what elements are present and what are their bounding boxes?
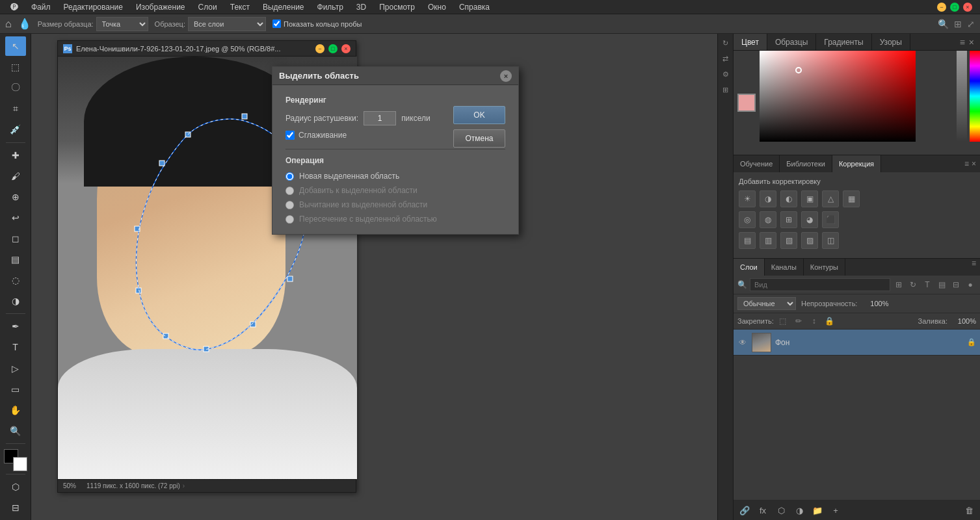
tab-patterns[interactable]: Узоры xyxy=(872,34,910,50)
hand-tool[interactable]: ✋ xyxy=(5,400,26,420)
fill-value[interactable]: 100% xyxy=(950,317,976,325)
threshold-btn[interactable]: ▧ xyxy=(780,232,797,249)
tab-channels[interactable]: Каналы xyxy=(765,259,804,276)
posterize-btn[interactable]: ▥ xyxy=(760,232,776,249)
selection-tool[interactable]: ⬚ xyxy=(5,57,26,77)
eyedropper-tool-icon[interactable]: 💧 xyxy=(18,18,31,30)
menu-view[interactable]: Просмотр xyxy=(374,1,420,13)
color-panel-collapse[interactable]: × xyxy=(967,37,976,47)
smooth-checkbox[interactable] xyxy=(285,131,295,140)
settings-icon[interactable]: ⚙ xyxy=(719,68,732,81)
lock-all-btn[interactable]: 🔒 xyxy=(823,315,836,328)
type-tool[interactable]: T xyxy=(5,337,26,357)
search-icon[interactable]: 🔍 xyxy=(938,19,949,29)
color-panel-menu[interactable]: ≡ xyxy=(958,37,967,47)
opacity-value[interactable]: 100% xyxy=(862,300,888,307)
move-tool[interactable]: ↖ xyxy=(5,36,26,56)
menu-help[interactable]: Справка xyxy=(454,1,495,13)
quick-mask-tool[interactable]: ⬡ xyxy=(5,477,26,497)
tab-swatches[interactable]: Образцы xyxy=(767,34,816,50)
shape-tool[interactable]: ▭ xyxy=(5,380,26,399)
layer-comp-icon[interactable]: ⊞ xyxy=(893,279,905,291)
curves-btn[interactable]: ◐ xyxy=(780,190,797,207)
new-layer-group-btn[interactable]: 📁 xyxy=(810,503,825,517)
eraser-tool[interactable]: ◻ xyxy=(5,229,26,248)
menu-window[interactable]: Окно xyxy=(423,1,451,13)
gradient-tool[interactable]: ▤ xyxy=(5,250,26,269)
screen-mode-tool[interactable]: ⊟ xyxy=(5,498,26,517)
layer-filter-icon[interactable]: ▤ xyxy=(936,279,947,291)
dodge-tool[interactable]: ◑ xyxy=(5,291,26,311)
layers-panel-menu[interactable]: ≡ xyxy=(972,259,980,276)
cancel-button[interactable]: Отмена xyxy=(453,129,505,148)
adjust-panel-close[interactable]: × xyxy=(972,159,976,168)
path-select-tool[interactable]: ▷ xyxy=(5,359,26,378)
window-close[interactable]: × xyxy=(963,3,972,12)
color-lookup-btn[interactable]: ⬛ xyxy=(822,211,839,228)
layer-visibility-eye[interactable]: 👁 xyxy=(737,337,748,348)
dialog-close-button[interactable]: × xyxy=(500,70,512,82)
invert-btn[interactable]: ▤ xyxy=(739,232,756,249)
tab-libraries[interactable]: Библиотеки xyxy=(780,155,832,172)
crop-tool[interactable]: ⌗ xyxy=(5,99,26,118)
rotate-icon[interactable]: ↻ xyxy=(719,36,732,49)
blend-mode-select[interactable]: Обычные Растворение Затемнение xyxy=(737,297,796,310)
radio-add-input[interactable] xyxy=(285,187,294,195)
canvas-area[interactable]: Ps Елена-Чонишвили-7-926-123-01-20-17.jp… xyxy=(31,34,717,520)
doc-minimize[interactable]: − xyxy=(315,44,324,53)
doc-close[interactable]: × xyxy=(341,44,351,53)
color-saturation-lightness[interactable] xyxy=(760,51,916,142)
workspace-icon[interactable]: ⊞ xyxy=(954,19,962,29)
statusbar-arrow[interactable]: › xyxy=(183,482,185,489)
new-fill-layer-btn[interactable]: ◑ xyxy=(792,503,806,517)
foreground-swatch[interactable] xyxy=(737,94,756,112)
tab-layers[interactable]: Слои xyxy=(734,259,765,276)
show-ring-label[interactable]: Показать кольцо пробы xyxy=(272,20,362,28)
layer-name[interactable]: Фон xyxy=(775,338,963,347)
ok-button[interactable]: OK xyxy=(453,106,505,124)
tab-correction[interactable]: Коррекция xyxy=(832,155,881,172)
selective-color-btn[interactable]: ◫ xyxy=(822,232,839,249)
photoshop-icon[interactable]: 🅟 xyxy=(5,1,23,13)
color-cursor[interactable] xyxy=(795,67,802,73)
arrange-icon[interactable]: ⤢ xyxy=(967,19,975,29)
channel-mixer-btn[interactable]: ◕ xyxy=(801,211,818,228)
layer-row-background[interactable]: 👁 Фон 🔒 xyxy=(734,330,980,356)
background-color[interactable] xyxy=(13,457,27,471)
tab-paths[interactable]: Контуры xyxy=(804,259,845,276)
show-ring-checkbox[interactable] xyxy=(272,20,281,28)
lock-pixels-btn[interactable]: ⬚ xyxy=(776,315,789,328)
menu-filter[interactable]: Фильтр xyxy=(312,1,349,13)
layers-search-input[interactable] xyxy=(750,278,890,291)
tab-color[interactable]: Цвет xyxy=(734,34,767,50)
history-tool[interactable]: ↩ xyxy=(5,208,26,228)
pen-tool[interactable]: ✒ xyxy=(5,317,26,336)
grid-icon[interactable]: ⊞ xyxy=(719,83,732,96)
menu-file[interactable]: Файл xyxy=(26,1,56,13)
menu-text[interactable]: Текст xyxy=(225,1,255,13)
layer-mask-btn[interactable]: ⬡ xyxy=(774,503,788,517)
lasso-tool[interactable]: 〇 xyxy=(5,78,26,98)
gradient-map-btn[interactable]: ▨ xyxy=(801,232,818,249)
exposure-btn[interactable]: ▣ xyxy=(801,190,818,207)
layer-effects-btn[interactable]: fx xyxy=(756,503,770,517)
link-layers-btn[interactable]: 🔗 xyxy=(737,503,752,517)
clone-tool[interactable]: ⊕ xyxy=(5,187,26,207)
radio-intersect-input[interactable] xyxy=(285,215,294,224)
levels-btn[interactable]: ◑ xyxy=(760,190,776,207)
adjust-panel-menu[interactable]: ≡ xyxy=(964,159,969,168)
layer-type-icon[interactable]: T xyxy=(921,279,933,291)
lock-artboard-btn[interactable]: ↕ xyxy=(808,315,821,328)
menu-image[interactable]: Изображение xyxy=(131,1,191,13)
layer-pin-icon[interactable]: ⊟ xyxy=(950,279,962,291)
layers-filter-toggle[interactable]: ● xyxy=(964,279,976,291)
hsl-btn[interactable]: ▦ xyxy=(843,190,860,207)
photo-filter-btn[interactable]: ⊞ xyxy=(780,211,797,228)
delete-layer-btn[interactable]: 🗑 xyxy=(962,503,976,517)
radio-new-selection-input[interactable] xyxy=(285,172,294,181)
doc-maximize[interactable]: □ xyxy=(328,44,338,53)
layer-refresh-icon[interactable]: ↻ xyxy=(907,279,919,291)
lock-position-btn[interactable]: ✏ xyxy=(792,315,805,328)
hue-slider[interactable] xyxy=(970,51,980,142)
menu-3d[interactable]: 3D xyxy=(351,1,371,13)
